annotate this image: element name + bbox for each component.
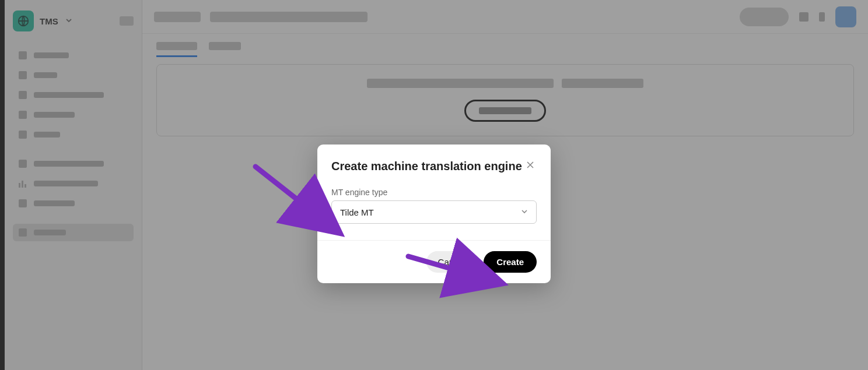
- select-value: Tilde MT: [340, 207, 521, 217]
- mt-engine-type-select[interactable]: Tilde MT: [331, 200, 537, 224]
- mt-engine-type-label: MT engine type: [331, 188, 537, 197]
- close-icon[interactable]: [524, 158, 537, 173]
- create-button[interactable]: Create: [484, 251, 537, 273]
- cancel-button[interactable]: Cancel: [426, 251, 477, 273]
- modal-title: Create machine translation engine: [331, 158, 524, 174]
- chevron-down-icon: [521, 207, 528, 217]
- create-mt-engine-modal: Create machine translation engine MT eng…: [317, 145, 551, 283]
